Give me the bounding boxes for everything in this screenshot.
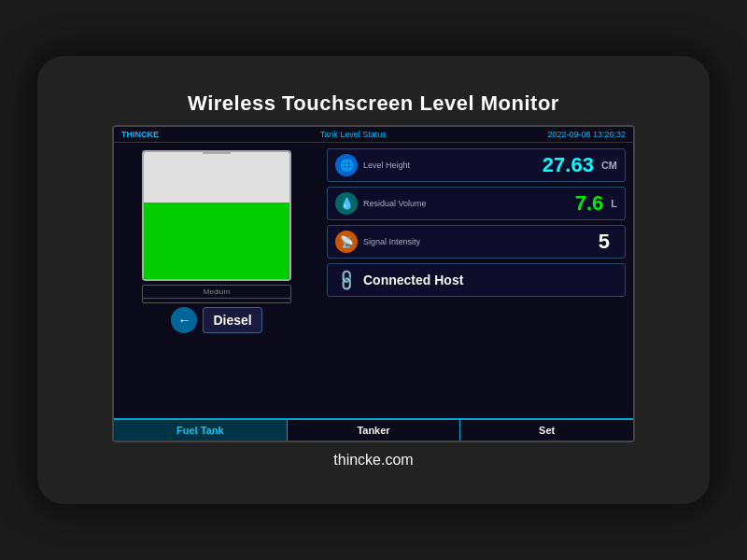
residual-volume-icon: 💧: [335, 192, 358, 215]
level-height-label: Level Height: [363, 161, 537, 170]
level-height-unit: CM: [601, 160, 617, 171]
datetime-label: 2022-09-08 13:26:32: [547, 130, 626, 139]
tank-empty-section: [144, 152, 289, 203]
left-panel: Medium ← Diesel: [114, 143, 319, 418]
signal-intensity-row: 📡 Signal Intensity 5: [327, 225, 626, 259]
device-frame: Wireless Touchscreen Level Monitor THINC…: [37, 56, 710, 504]
tank-pipe: [203, 150, 231, 154]
tank-visualization: [142, 150, 291, 281]
brand-label: THINCKE: [121, 130, 159, 139]
residual-volume-value: 7.6: [575, 191, 604, 216]
tab-tanker[interactable]: Tanker: [288, 420, 461, 441]
screen-title: Tank Level Status: [320, 130, 387, 139]
right-panel: 🌐 Level Height 27.63 CM 💧 Residual Volum…: [319, 143, 633, 418]
residual-volume-unit: L: [611, 198, 617, 209]
signal-intensity-value: 5: [599, 230, 610, 254]
screen-header: THINCKE Tank Level Status 2022-09-08 13:…: [114, 127, 633, 143]
tank-fill-section: [144, 203, 289, 279]
signal-intensity-label: Signal Intensity: [363, 237, 593, 246]
medium-row: ← Diesel: [171, 307, 261, 333]
level-height-icon: 🌐: [335, 154, 358, 176]
level-height-value: 27.63: [543, 153, 594, 177]
medium-title: Medium: [143, 287, 290, 299]
residual-volume-label: Residual Volume: [363, 199, 570, 208]
connected-host-label: Connected Host: [363, 273, 463, 287]
medium-value-display[interactable]: Diesel: [203, 307, 261, 333]
medium-container: Medium: [142, 285, 291, 303]
page-title: Wireless Touchscreen Level Monitor: [188, 91, 559, 116]
connected-host-row[interactable]: 🔗 Connected Host: [327, 263, 626, 297]
link-icon: 🔗: [333, 267, 359, 293]
back-arrow-button[interactable]: ←: [171, 307, 197, 333]
signal-intensity-icon: 📡: [335, 231, 358, 253]
tab-set[interactable]: Set: [460, 420, 633, 441]
residual-volume-row: 💧 Residual Volume 7.6 L: [327, 187, 626, 220]
website-label: thincke.com: [333, 452, 413, 469]
level-height-row: 🌐 Level Height 27.63 CM: [327, 148, 626, 182]
tab-fuel-tank[interactable]: Fuel Tank: [114, 420, 288, 441]
screen-body: Medium ← Diesel 🌐 Level Height 27.63 CM: [114, 143, 633, 418]
tab-bar: Fuel Tank Tanker Set: [114, 418, 633, 441]
touchscreen-display: THINCKE Tank Level Status 2022-09-08 13:…: [112, 125, 635, 442]
